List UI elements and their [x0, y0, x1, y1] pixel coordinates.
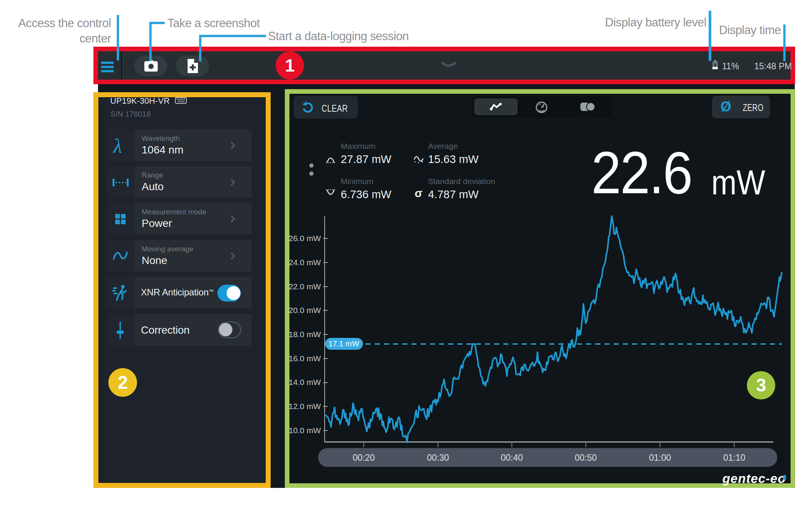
- svg-text:20.0 mW: 20.0 mW: [289, 306, 321, 315]
- svg-text:26.0 mW: 26.0 mW: [289, 234, 321, 243]
- svg-text:22.0 mW: 22.0 mW: [289, 282, 321, 291]
- svg-text:10.0 mW: 10.0 mW: [289, 426, 321, 435]
- svg-text:14.0 mW: 14.0 mW: [289, 378, 321, 386]
- svg-text:24.0 mW: 24.0 mW: [289, 258, 321, 267]
- svg-text:16.0 mW: 16.0 mW: [289, 354, 321, 363]
- svg-text:17.1 mW: 17.1 mW: [328, 339, 359, 348]
- svg-text:12.0 mW: 12.0 mW: [289, 402, 321, 411]
- svg-text:18.0 mW: 18.0 mW: [289, 330, 321, 339]
